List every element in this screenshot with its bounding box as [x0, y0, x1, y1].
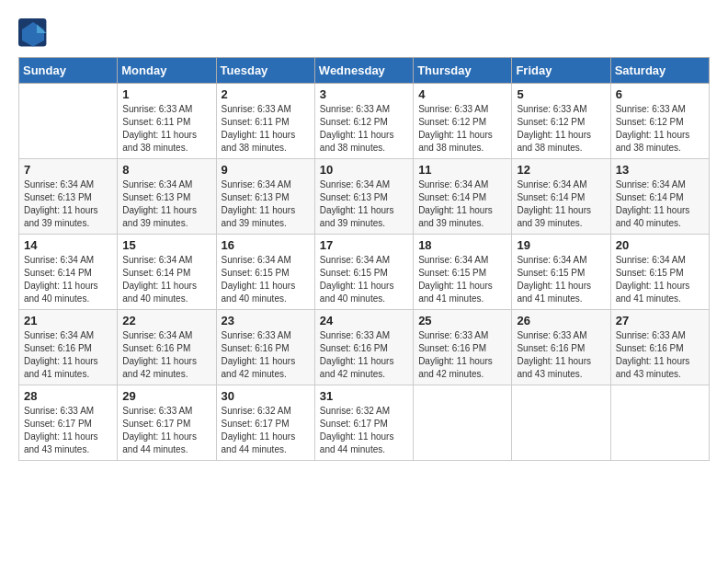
- calendar-cell: 7Sunrise: 6:34 AM Sunset: 6:13 PM Daylig…: [19, 159, 118, 235]
- day-number: 23: [222, 314, 310, 327]
- calendar-cell: [610, 385, 709, 461]
- day-info: Sunrise: 6:33 AM Sunset: 6:12 PM Dayligh…: [418, 103, 506, 155]
- day-info: Sunrise: 6:34 AM Sunset: 6:14 PM Dayligh…: [517, 178, 605, 230]
- day-info: Sunrise: 6:33 AM Sunset: 6:12 PM Dayligh…: [616, 103, 704, 155]
- day-number: 17: [320, 238, 408, 252]
- day-number: 21: [24, 314, 112, 327]
- calendar-cell: 27Sunrise: 6:33 AM Sunset: 6:16 PM Dayli…: [610, 310, 709, 385]
- calendar-cell: 28Sunrise: 6:33 AM Sunset: 6:17 PM Dayli…: [19, 385, 118, 461]
- calendar-cell: 13Sunrise: 6:34 AM Sunset: 6:14 PM Dayli…: [610, 159, 709, 235]
- calendar-cell: 18Sunrise: 6:34 AM Sunset: 6:15 PM Dayli…: [414, 235, 512, 310]
- day-number: 13: [616, 163, 704, 177]
- day-info: Sunrise: 6:33 AM Sunset: 6:11 PM Dayligh…: [122, 103, 210, 155]
- day-info: Sunrise: 6:33 AM Sunset: 6:17 PM Dayligh…: [122, 405, 210, 456]
- day-number: 10: [320, 163, 408, 177]
- calendar-week-row: 7Sunrise: 6:34 AM Sunset: 6:13 PM Daylig…: [19, 159, 710, 235]
- day-number: 9: [222, 163, 310, 177]
- day-info: Sunrise: 6:34 AM Sunset: 6:14 PM Dayligh…: [616, 178, 704, 230]
- day-info: Sunrise: 6:34 AM Sunset: 6:14 PM Dayligh…: [24, 254, 112, 305]
- calendar-cell: 21Sunrise: 6:34 AM Sunset: 6:16 PM Dayli…: [19, 310, 118, 385]
- calendar-table: SundayMondayTuesdayWednesdayThursdayFrid…: [18, 57, 710, 461]
- day-info: Sunrise: 6:32 AM Sunset: 6:17 PM Dayligh…: [320, 405, 408, 456]
- column-header-monday: Monday: [118, 58, 216, 84]
- calendar-cell: 23Sunrise: 6:33 AM Sunset: 6:16 PM Dayli…: [216, 310, 314, 385]
- logo: [18, 18, 51, 48]
- column-header-saturday: Saturday: [610, 58, 709, 84]
- calendar-cell: 2Sunrise: 6:33 AM Sunset: 6:11 PM Daylig…: [216, 84, 314, 159]
- day-number: 24: [320, 314, 408, 327]
- day-number: 11: [418, 163, 506, 177]
- calendar-week-row: 21Sunrise: 6:34 AM Sunset: 6:16 PM Dayli…: [19, 310, 710, 385]
- calendar-header-row: SundayMondayTuesdayWednesdayThursdayFrid…: [19, 58, 710, 84]
- day-number: 31: [320, 389, 408, 403]
- day-number: 19: [517, 238, 605, 252]
- day-info: Sunrise: 6:34 AM Sunset: 6:16 PM Dayligh…: [24, 329, 112, 381]
- day-number: 28: [24, 389, 112, 403]
- calendar-cell: 10Sunrise: 6:34 AM Sunset: 6:13 PM Dayli…: [314, 159, 413, 235]
- calendar-cell: 24Sunrise: 6:33 AM Sunset: 6:16 PM Dayli…: [314, 310, 413, 385]
- calendar-cell: [512, 385, 610, 461]
- day-number: 22: [122, 314, 210, 327]
- column-header-wednesday: Wednesday: [314, 58, 413, 84]
- day-number: 12: [517, 163, 605, 177]
- day-info: Sunrise: 6:33 AM Sunset: 6:11 PM Dayligh…: [222, 103, 310, 155]
- calendar-cell: 15Sunrise: 6:34 AM Sunset: 6:14 PM Dayli…: [118, 235, 216, 310]
- day-info: Sunrise: 6:33 AM Sunset: 6:12 PM Dayligh…: [517, 103, 605, 155]
- day-info: Sunrise: 6:34 AM Sunset: 6:13 PM Dayligh…: [320, 178, 408, 230]
- calendar-cell: 5Sunrise: 6:33 AM Sunset: 6:12 PM Daylig…: [512, 84, 610, 159]
- day-info: Sunrise: 6:34 AM Sunset: 6:13 PM Dayligh…: [24, 178, 112, 230]
- calendar-cell: 3Sunrise: 6:33 AM Sunset: 6:12 PM Daylig…: [314, 84, 413, 159]
- day-number: 26: [517, 314, 605, 327]
- calendar-cell: 25Sunrise: 6:33 AM Sunset: 6:16 PM Dayli…: [414, 310, 512, 385]
- day-number: 7: [24, 163, 112, 177]
- calendar-cell: [414, 385, 512, 461]
- day-number: 1: [122, 87, 210, 101]
- calendar-week-row: 28Sunrise: 6:33 AM Sunset: 6:17 PM Dayli…: [19, 385, 710, 461]
- calendar-cell: 9Sunrise: 6:34 AM Sunset: 6:13 PM Daylig…: [216, 159, 314, 235]
- day-number: 27: [616, 314, 704, 327]
- calendar-cell: 26Sunrise: 6:33 AM Sunset: 6:16 PM Dayli…: [512, 310, 610, 385]
- day-info: Sunrise: 6:34 AM Sunset: 6:14 PM Dayligh…: [418, 178, 506, 230]
- column-header-sunday: Sunday: [19, 58, 118, 84]
- day-number: 29: [122, 389, 210, 403]
- day-number: 3: [320, 87, 408, 101]
- day-number: 14: [24, 238, 112, 252]
- day-info: Sunrise: 6:34 AM Sunset: 6:15 PM Dayligh…: [616, 254, 704, 305]
- day-info: Sunrise: 6:33 AM Sunset: 6:17 PM Dayligh…: [24, 405, 112, 456]
- calendar-week-row: 1Sunrise: 6:33 AM Sunset: 6:11 PM Daylig…: [19, 84, 710, 159]
- day-number: 5: [517, 87, 605, 101]
- day-info: Sunrise: 6:34 AM Sunset: 6:15 PM Dayligh…: [320, 254, 408, 305]
- day-info: Sunrise: 6:32 AM Sunset: 6:17 PM Dayligh…: [222, 405, 310, 456]
- calendar-cell: 16Sunrise: 6:34 AM Sunset: 6:15 PM Dayli…: [216, 235, 314, 310]
- day-info: Sunrise: 6:33 AM Sunset: 6:16 PM Dayligh…: [517, 329, 605, 381]
- day-number: 8: [122, 163, 210, 177]
- calendar-cell: 17Sunrise: 6:34 AM Sunset: 6:15 PM Dayli…: [314, 235, 413, 310]
- day-info: Sunrise: 6:33 AM Sunset: 6:16 PM Dayligh…: [222, 329, 310, 381]
- day-number: 18: [418, 238, 506, 252]
- calendar-cell: 4Sunrise: 6:33 AM Sunset: 6:12 PM Daylig…: [414, 84, 512, 159]
- calendar-cell: 31Sunrise: 6:32 AM Sunset: 6:17 PM Dayli…: [314, 385, 413, 461]
- calendar-cell: 29Sunrise: 6:33 AM Sunset: 6:17 PM Dayli…: [118, 385, 216, 461]
- day-info: Sunrise: 6:33 AM Sunset: 6:16 PM Dayligh…: [616, 329, 704, 381]
- column-header-thursday: Thursday: [414, 58, 512, 84]
- calendar-cell: [19, 84, 118, 159]
- day-number: 6: [616, 87, 704, 101]
- day-info: Sunrise: 6:33 AM Sunset: 6:12 PM Dayligh…: [320, 103, 408, 155]
- column-header-tuesday: Tuesday: [216, 58, 314, 84]
- day-info: Sunrise: 6:34 AM Sunset: 6:15 PM Dayligh…: [418, 254, 506, 305]
- day-info: Sunrise: 6:34 AM Sunset: 6:13 PM Dayligh…: [222, 178, 310, 230]
- column-header-friday: Friday: [512, 58, 610, 84]
- calendar-cell: 11Sunrise: 6:34 AM Sunset: 6:14 PM Dayli…: [414, 159, 512, 235]
- calendar-cell: 20Sunrise: 6:34 AM Sunset: 6:15 PM Dayli…: [610, 235, 709, 310]
- day-number: 25: [418, 314, 506, 327]
- calendar-cell: 1Sunrise: 6:33 AM Sunset: 6:11 PM Daylig…: [118, 84, 216, 159]
- day-number: 30: [222, 389, 310, 403]
- calendar-cell: 14Sunrise: 6:34 AM Sunset: 6:14 PM Dayli…: [19, 235, 118, 310]
- page-header: [18, 18, 710, 48]
- calendar-week-row: 14Sunrise: 6:34 AM Sunset: 6:14 PM Dayli…: [19, 235, 710, 310]
- calendar-cell: 22Sunrise: 6:34 AM Sunset: 6:16 PM Dayli…: [118, 310, 216, 385]
- calendar-cell: 6Sunrise: 6:33 AM Sunset: 6:12 PM Daylig…: [610, 84, 709, 159]
- day-number: 20: [616, 238, 704, 252]
- day-info: Sunrise: 6:34 AM Sunset: 6:15 PM Dayligh…: [517, 254, 605, 305]
- day-number: 4: [418, 87, 506, 101]
